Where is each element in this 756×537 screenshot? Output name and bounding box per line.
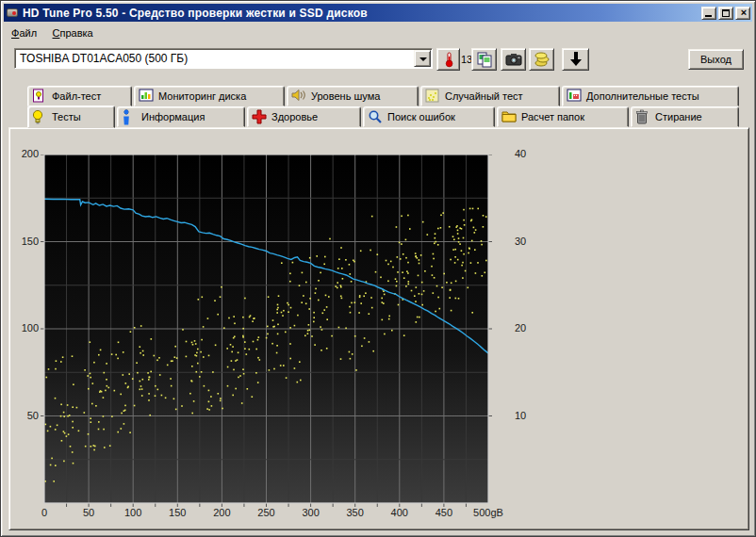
download-icon (568, 51, 583, 68)
noise-level-icon (291, 89, 306, 104)
right-axis-tick-label: 20 (515, 322, 526, 334)
register-button[interactable] (529, 48, 554, 71)
left-axis-tick-label: 200 (14, 148, 39, 159)
x-axis-tick-label: 0 (24, 507, 65, 518)
left-axis-tick-label: 150 (14, 236, 39, 247)
exit-button[interactable]: Выход (688, 49, 744, 70)
right-axis-tick-label: 10 (515, 410, 526, 421)
disk-monitor-icon (139, 89, 154, 104)
app-window: HD Tune Pro 5.50 - Средство проверки жес… (0, 0, 756, 537)
close-button[interactable]: × (735, 7, 750, 20)
tab-file-test[interactable]: Файл-тест (27, 86, 132, 106)
close-icon: × (736, 7, 751, 18)
health-cross-icon (252, 109, 267, 124)
drive-select-value: TOSHIBA DT01ACA050 (500 ГБ) (20, 52, 188, 65)
tab-error-scan[interactable]: Поиск ошибок (363, 106, 495, 127)
info-icon (122, 109, 137, 124)
minimize-icon (705, 15, 712, 17)
x-axis-tick-label: 250 (246, 507, 288, 518)
extra-tests-icon (567, 89, 582, 104)
x-axis-tick-label: 150 (156, 507, 198, 518)
tab-random-test[interactable]: Случайный тест (420, 86, 560, 106)
benchmark-chart (41, 155, 494, 509)
minimize-button[interactable] (701, 7, 716, 20)
chevron-down-icon (419, 57, 427, 61)
bulb-icon (32, 109, 47, 124)
folder-icon (501, 109, 517, 124)
temperature-icon (442, 51, 455, 68)
search-icon (368, 109, 383, 124)
x-axis-tick-label: 300 (290, 507, 332, 518)
download-button[interactable] (562, 48, 589, 71)
random-test-icon (425, 89, 440, 104)
screenshot-button[interactable] (501, 48, 526, 71)
right-axis-tick-label: 40 (515, 148, 526, 159)
drive-select[interactable]: TOSHIBA DT01ACA050 (500 ГБ) (14, 48, 433, 69)
tab-erase[interactable]: Стирание (631, 106, 739, 127)
app-icon (6, 7, 19, 19)
right-axis-tick-label: 30 (515, 236, 526, 247)
tab-health[interactable]: Здоровье (247, 106, 361, 127)
x-axis-tick-label: 450 (423, 507, 465, 518)
tab-information[interactable]: Информация (117, 106, 245, 127)
copy-icon (476, 51, 493, 68)
screenshot-icon (505, 53, 522, 66)
menu-bar: Файл Справка (6, 24, 99, 41)
trash-icon (635, 109, 650, 124)
maximize-button[interactable] (718, 7, 733, 20)
tab-folder-usage[interactable]: Расчет папок (497, 106, 629, 127)
tab-tests[interactable]: Тесты (27, 106, 115, 128)
coins-icon (534, 51, 551, 68)
copy-button[interactable] (471, 48, 497, 71)
left-axis-tick-label: 100 (14, 322, 39, 334)
window-title: HD Tune Pro 5.50 - Средство проверки жес… (23, 7, 368, 20)
x-axis-tick-label: 200 (201, 507, 242, 518)
tab-noise-level[interactable]: Уровень шума (287, 86, 419, 106)
x-axis-tick-label: 50 (68, 507, 109, 518)
file-test-icon (32, 89, 47, 104)
menu-file[interactable]: Файл (6, 25, 42, 41)
left-axis-tick-label: 50 (14, 410, 39, 421)
tab-disk-monitor[interactable]: Мониторинг диска (134, 86, 285, 106)
menu-help[interactable]: Справка (47, 25, 99, 41)
temperature-button[interactable] (436, 48, 460, 71)
drive-select-dropdown-button[interactable] (414, 50, 431, 67)
x-axis-tick-label: 100 (112, 507, 154, 518)
x-axis-tick-label: 350 (335, 507, 376, 518)
maximize-icon (722, 9, 730, 17)
x-axis-tick-label: 400 (379, 507, 420, 518)
x-axis-tick-label: 500gB (468, 507, 509, 518)
title-bar[interactable]: HD Tune Pro 5.50 - Средство проверки жес… (4, 4, 752, 22)
tab-extra-tests[interactable]: Дополнительные тесты (562, 86, 739, 106)
